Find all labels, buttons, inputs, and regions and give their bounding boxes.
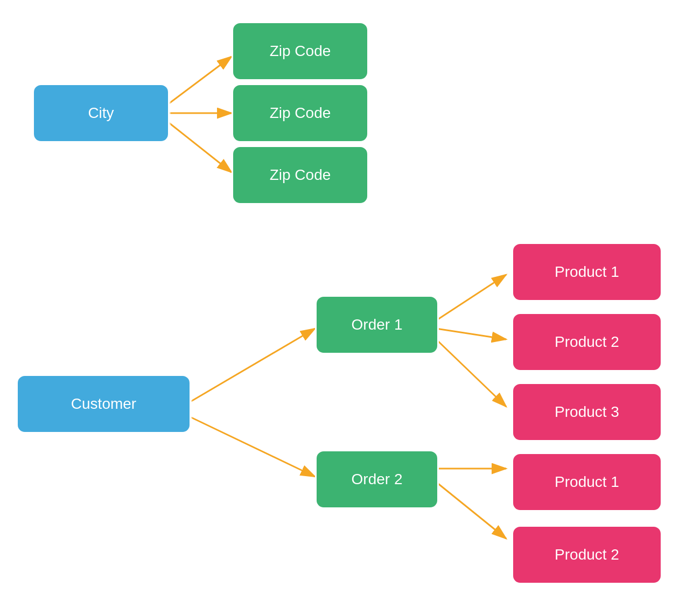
order2-label: Order 2 xyxy=(352,471,403,488)
product2-order2-label: Product 2 xyxy=(555,546,619,563)
svg-line-7 xyxy=(436,329,506,339)
svg-line-10 xyxy=(436,482,506,539)
zip3-label: Zip Code xyxy=(270,166,331,184)
svg-line-1 xyxy=(167,57,232,105)
product1-order1-node: Product 1 xyxy=(512,242,662,302)
zip2-label: Zip Code xyxy=(270,104,331,122)
product1-order2-node: Product 1 xyxy=(512,452,662,512)
product1-order2-label: Product 1 xyxy=(555,473,619,491)
svg-line-8 xyxy=(436,339,506,407)
product1-order1-label: Product 1 xyxy=(555,263,619,281)
zip3-node: Zip Code xyxy=(232,145,369,205)
svg-line-5 xyxy=(191,417,315,477)
city-node: City xyxy=(32,83,170,143)
product3-order1-node: Product 3 xyxy=(512,382,662,442)
product2-order1-node: Product 2 xyxy=(512,312,662,372)
city-label: City xyxy=(88,104,114,122)
customer-node: Customer xyxy=(16,374,191,434)
svg-line-3 xyxy=(167,121,232,172)
diagram: City Zip Code Zip Code Zip Code Customer… xyxy=(0,0,700,614)
svg-line-6 xyxy=(436,275,506,320)
zip1-node: Zip Code xyxy=(232,22,369,81)
order2-node: Order 2 xyxy=(315,450,439,509)
zip2-node: Zip Code xyxy=(232,83,369,143)
customer-label: Customer xyxy=(71,395,136,413)
svg-line-4 xyxy=(191,329,315,401)
product2-order1-label: Product 2 xyxy=(555,333,619,351)
order1-label: Order 1 xyxy=(352,316,403,333)
product3-order1-label: Product 3 xyxy=(555,403,619,421)
zip1-label: Zip Code xyxy=(270,43,331,60)
order1-node: Order 1 xyxy=(315,295,439,354)
product2-order2-node: Product 2 xyxy=(512,525,662,584)
